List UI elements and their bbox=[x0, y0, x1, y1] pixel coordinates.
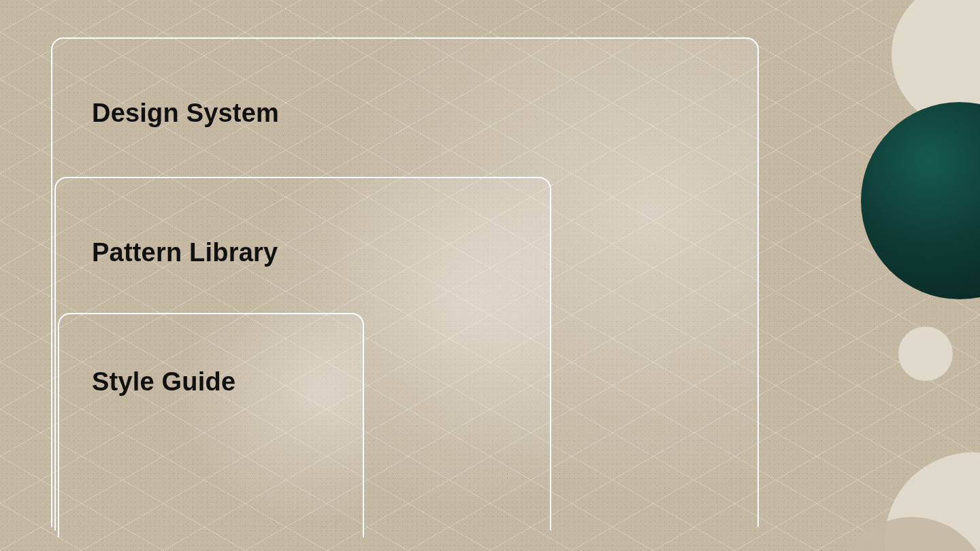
decor-circle-small bbox=[898, 327, 953, 381]
label-style-guide: Style Guide bbox=[92, 367, 235, 397]
sheen bbox=[59, 314, 363, 537]
noise-texture bbox=[898, 327, 953, 381]
label-design-system: Design System bbox=[92, 99, 279, 128]
label-pattern-library: Pattern Library bbox=[92, 238, 278, 267]
box-style-guide bbox=[58, 313, 364, 537]
decor-circle-teal bbox=[861, 102, 980, 299]
noise-texture bbox=[59, 314, 363, 537]
noise-texture bbox=[861, 102, 980, 299]
diagram-stage: Design System Pattern Library Style Guid… bbox=[0, 0, 980, 551]
